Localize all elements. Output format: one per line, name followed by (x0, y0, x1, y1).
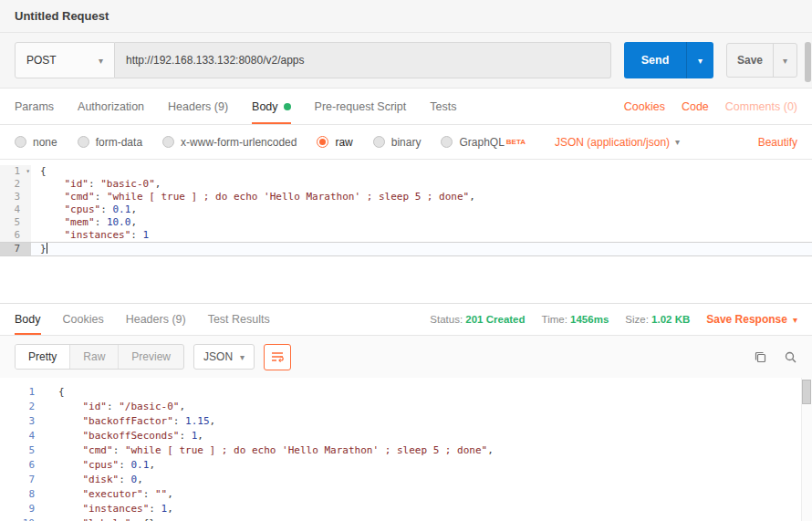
language-dropdown[interactable]: JSON ▾ (193, 344, 255, 370)
code-text: "cpus": 0.1, (44, 458, 812, 473)
view-raw[interactable]: Raw (69, 345, 118, 369)
link-cookies[interactable]: Cookies (624, 100, 665, 113)
bodytype-graphql[interactable]: GraphQLBETA (441, 136, 526, 149)
fold-caret-icon[interactable]: ▾ (26, 165, 30, 178)
code-token: "instances" (83, 503, 150, 515)
code-line-2[interactable]: 2 "id": "/basic-0", (0, 400, 812, 414)
code-token: : (100, 203, 112, 215)
code-line-4[interactable]: 4 "backoffSeconds": 1, (0, 429, 812, 443)
bodytype-form-data[interactable]: form-data (78, 136, 142, 149)
code-line-7[interactable]: 7 "disk": 0, (0, 473, 812, 487)
code-text: "cpus": 0.1, (31, 203, 812, 216)
code-token: , (167, 503, 173, 515)
response-scrollbar[interactable] (801, 378, 812, 521)
code-token: , (130, 203, 137, 215)
content-type-dropdown[interactable]: JSON (application/json) ▾ (555, 136, 680, 149)
save-response-button[interactable]: Save Response ▾ (706, 304, 797, 335)
code-token: "while [ true ] ; do echo 'Hello Maratho… (125, 444, 487, 456)
response-tab-test-results[interactable]: Test Results (208, 304, 270, 335)
response-tab-body[interactable]: Body (15, 304, 41, 335)
copy-response-button[interactable] (754, 350, 767, 364)
code-token: : (179, 430, 191, 442)
radio-label: form-data (96, 136, 142, 149)
response-metrics: Status: 201 CreatedTime: 1456msSize: 1.0… (430, 304, 690, 335)
code-line-1[interactable]: 1{ (0, 385, 812, 400)
body-dot-icon (284, 103, 291, 110)
code-line-6[interactable]: 6 "instances": 1 (0, 229, 812, 242)
tab-pre-request-script[interactable]: Pre-request Script (315, 89, 407, 124)
metric-status: Status: 201 Created (430, 314, 525, 325)
metric-value: 1.02 KB (651, 314, 690, 325)
page-scrollbar-thumb[interactable] (805, 42, 811, 82)
response-tab-cookies[interactable]: Cookies (63, 304, 104, 335)
code-token: : (88, 178, 100, 190)
code-text: "mem": 10.0, (31, 216, 812, 229)
code-token (40, 191, 65, 203)
code-line-6[interactable]: 6 "cpus": 0.1, (0, 458, 812, 473)
tab-params[interactable]: Params (15, 89, 54, 124)
line-number: 6 (0, 458, 44, 473)
tab-body[interactable]: Body (252, 89, 291, 124)
metric-value: 1456ms (570, 314, 609, 325)
tab-label: Params (15, 100, 54, 113)
wrap-text-button[interactable] (264, 344, 291, 370)
response-scrollbar-thumb[interactable] (802, 380, 811, 404)
line-number: 4 (0, 203, 31, 216)
save-response-label: Save Response (706, 313, 787, 326)
view-pretty[interactable]: Pretty (16, 345, 69, 369)
code-line-3[interactable]: 3 "cmd": "while [ true ] ; do echo 'Hell… (0, 191, 812, 203)
save-dropdown-button[interactable]: ▾ (773, 44, 796, 77)
link-code[interactable]: Code (682, 100, 709, 113)
bodytype-raw[interactable]: raw (317, 136, 352, 149)
method-label: POST (26, 54, 57, 67)
view-preview[interactable]: Preview (118, 345, 183, 369)
code-line-2[interactable]: 2 "id": "basic-0", (0, 178, 812, 191)
code-token: } (40, 243, 47, 255)
code-token: : (95, 191, 107, 203)
line-number: 1 (0, 385, 44, 400)
code-line-8[interactable]: 8 "executor": "", (0, 487, 812, 502)
tab-authorization[interactable]: Authorization (78, 89, 144, 124)
code-line-5[interactable]: 5 "mem": 10.0, (0, 216, 812, 229)
bodytype-x-www-form-urlencoded[interactable]: x-www-form-urlencoded (162, 136, 297, 149)
code-text: "instances": 1 (31, 229, 812, 242)
code-line-7[interactable]: 7} (0, 242, 812, 256)
code-text: { (44, 385, 812, 400)
radio-label: binary (391, 136, 422, 149)
response-editor[interactable]: 1{2 "id": "/basic-0",3 "backoffFactor": … (0, 378, 812, 521)
url-input[interactable]: http://192.168.133.132:8080/v2/apps (115, 42, 611, 78)
request-editor[interactable]: 1▾{2 "id": "basic-0",3 "cmd": "while [ t… (0, 160, 812, 303)
code-token: 10.0 (107, 216, 131, 228)
bodytype-binary[interactable]: binary (373, 136, 422, 149)
code-token: 0.1 (131, 459, 150, 471)
response-tab-headers-9[interactable]: Headers (9) (126, 304, 186, 335)
method-select[interactable]: POST ▾ (15, 42, 115, 78)
code-line-4[interactable]: 4 "cpus": 0.1, (0, 203, 812, 216)
send-dropdown-button[interactable]: ▾ (686, 42, 713, 78)
request-bar: POST ▾ http://192.168.133.132:8080/v2/ap… (0, 33, 812, 89)
code-text: { (31, 165, 812, 178)
copy-icon (754, 350, 767, 364)
code-token (58, 503, 83, 515)
bodytype-none[interactable]: none (15, 136, 57, 149)
code-token: "" (155, 488, 167, 500)
code-line-10[interactable]: 10 "labels": {}, (0, 516, 812, 521)
postman-app: Untitled Request POST ▾ http://192.168.1… (0, 0, 812, 521)
save-button-group: Save ▾ (726, 43, 797, 78)
send-button[interactable]: Send (624, 42, 686, 78)
tab-headers-9[interactable]: Headers (9) (168, 89, 228, 124)
metric-label: Status: (430, 314, 465, 325)
code-line-5[interactable]: 5 "cmd": "while [ true ] ; do echo 'Hell… (0, 443, 812, 458)
tab-tests[interactable]: Tests (430, 89, 456, 124)
radio-icon (441, 136, 453, 148)
search-response-button[interactable] (784, 350, 797, 364)
code-text: "backoffSeconds": 1, (44, 429, 812, 443)
code-token: , (469, 191, 475, 203)
code-line-1[interactable]: 1▾{ (0, 165, 812, 178)
link-comments-0[interactable]: Comments (0) (725, 100, 797, 113)
beautify-link[interactable]: Beautify (758, 136, 797, 149)
save-button[interactable]: Save (727, 44, 773, 77)
code-line-3[interactable]: 3 "backoffFactor": 1.15, (0, 414, 812, 429)
code-line-9[interactable]: 9 "instances": 1, (0, 502, 812, 516)
code-token (58, 415, 83, 427)
